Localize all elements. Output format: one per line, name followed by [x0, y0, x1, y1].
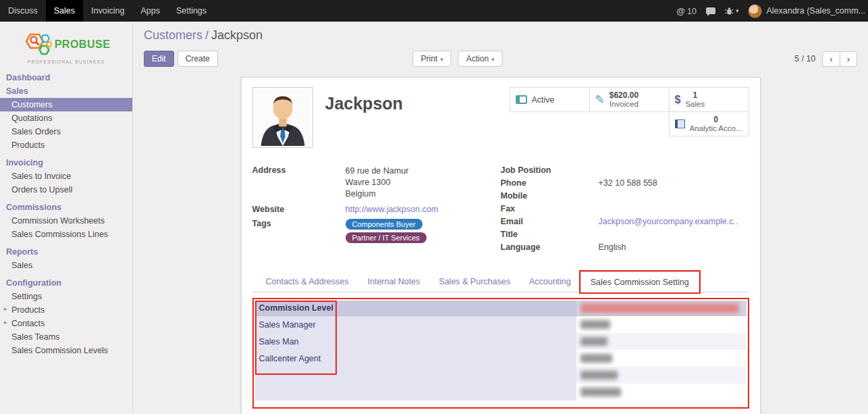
probuse-logo-icon — [22, 31, 52, 58]
sidebar-item-quotations[interactable]: Quotations — [0, 111, 132, 125]
topbar-menu-apps[interactable]: Apps — [132, 0, 168, 22]
menu-label: Sales — [54, 6, 75, 16]
tags-field: Tags Components Buyer Partner / IT Servi… — [252, 219, 501, 246]
pager: 5 / 10 ‹ › — [794, 51, 857, 67]
sidebar-section-commissions: Commissions Commission Worksheets Sales … — [0, 201, 132, 241]
stat-sales-button[interactable]: $ 1 Sales — [669, 87, 749, 112]
topbar-menu-sales[interactable]: Sales — [46, 0, 83, 22]
commission-table-row[interactable]: Callcenter Agent — [255, 350, 747, 367]
create-button[interactable]: Create — [178, 51, 218, 67]
stat-active-button[interactable]: Active — [510, 87, 590, 112]
breadcrumb-customers-link[interactable]: Customers — [144, 28, 202, 42]
redacted-value-blur — [580, 371, 618, 380]
control-panel: Customers/Jackpson Edit Create Print▾ Ac… — [133, 22, 868, 74]
commission-table: Commission Level Sales Manager Sales Man… — [255, 301, 747, 406]
sidebar-item-sales-commission-levels[interactable]: Sales Commission Levels — [0, 344, 132, 357]
email-link[interactable]: Jackpson@yourcompany.example.c.. — [599, 217, 738, 226]
commission-table-row[interactable]: Sales Manager — [255, 316, 747, 333]
fax-value — [599, 204, 749, 215]
mentions-button[interactable]: @10 — [676, 6, 697, 16]
sidebar-item-reports-sales[interactable]: Sales — [0, 259, 132, 272]
commission-table-row[interactable] — [255, 367, 747, 384]
redacted-value-blur — [580, 337, 607, 346]
pager-next-button[interactable]: › — [840, 51, 857, 67]
sidebar-header-sales[interactable]: Sales — [0, 84, 132, 98]
caret-right-icon: ▸ — [4, 305, 7, 312]
sidebar-item-config-products[interactable]: ▸Products — [0, 303, 132, 317]
sidebar-header-commissions[interactable]: Commissions — [0, 201, 132, 214]
sidebar-item-config-contacts[interactable]: ▸Contacts — [0, 317, 132, 330]
redacted-header-blur — [580, 303, 739, 313]
print-dropdown-button[interactable]: Print▾ — [413, 51, 452, 67]
sidebar-header-invoicing[interactable]: Invoicing — [0, 156, 132, 170]
website-field: Website http://www.jackpson.com — [252, 205, 501, 214]
sidebar-item-sales-to-invoice[interactable]: Sales to Invoice — [0, 170, 132, 183]
bug-icon — [725, 7, 734, 16]
sidebar-item-settings[interactable]: Settings — [0, 290, 132, 303]
website-label: Website — [252, 205, 346, 214]
user-avatar — [748, 4, 762, 18]
tab-internal-notes[interactable]: Internal Notes — [358, 271, 429, 292]
address-line: Wavre 1300 — [346, 177, 501, 188]
sidebar-item-commission-worksheets[interactable]: Commission Worksheets — [0, 214, 132, 228]
action-dropdown-button[interactable]: Action▾ — [458, 51, 503, 67]
action-label: Action — [466, 54, 489, 63]
sidebar-header-configuration[interactable]: Configuration — [0, 276, 132, 290]
sidebar-item-sales-teams[interactable]: Sales Teams — [0, 330, 132, 344]
caret-down-icon: ▾ — [491, 56, 495, 63]
tab-sales-purchases[interactable]: Sales & Purchases — [429, 271, 520, 292]
title-label: Title — [501, 230, 599, 240]
sidebar-section-sales: Sales Customers Quotations Sales Orders … — [0, 84, 132, 152]
sidebar-item-products[interactable]: Products — [0, 138, 132, 152]
sidebar-item-sales-orders[interactable]: Sales Orders — [0, 125, 132, 138]
caret-down-icon: ▾ — [736, 7, 739, 14]
address-field: Address 69 rue de Namur Wavre 1300 Belgi… — [252, 165, 501, 200]
customer-photo[interactable] — [252, 87, 313, 148]
logo-title: PROBUSE — [55, 38, 111, 51]
commission-level-column-header[interactable]: Commission Level — [255, 301, 576, 315]
job-position-value — [599, 165, 749, 176]
topbar-menu-invoicing[interactable]: Invoicing — [83, 0, 132, 22]
fax-label: Fax — [501, 204, 599, 215]
tab-sales-commission-setting[interactable]: Sales Commission Setting — [580, 271, 699, 292]
website-link[interactable]: http://www.jackpson.com — [346, 205, 439, 214]
email-field: Email Jackpson@yourcompany.example.c.. — [501, 217, 749, 228]
address-value: 69 rue de Namur Wavre 1300 Belgium — [346, 165, 501, 200]
commission-table-row[interactable] — [255, 384, 747, 400]
stat-invoiced-button[interactable]: ✎ $620.00 Invoiced — [589, 87, 670, 112]
item-label: Products — [11, 305, 45, 315]
commission-level-cell — [255, 367, 576, 384]
sidebar-section-invoicing: Invoicing Sales to Invoice Orders to Ups… — [0, 156, 132, 197]
caret-down-icon: ▾ — [440, 56, 443, 63]
redacted-cell — [576, 316, 747, 333]
sidebar-item-customers[interactable]: Customers — [0, 98, 132, 111]
topbar-menu-discuss[interactable]: Discuss — [0, 0, 46, 22]
sidebar-item-sales-commissions-lines[interactable]: Sales Commissions Lines — [0, 228, 132, 241]
record-sheet: Jackpson Active ✎ $620.00 Invoiced — [241, 77, 761, 414]
mobile-field: Mobile — [501, 191, 749, 202]
stat-analytic-button[interactable]: 0 Analytic Acco... — [669, 111, 749, 136]
app-logo[interactable]: PROBUSE PROFESSIONAL BUSINESS — [0, 22, 132, 71]
commission-table-row[interactable]: Sales Man — [255, 333, 747, 350]
pager-prev-button[interactable]: ‹ — [822, 51, 840, 67]
tab-accounting[interactable]: Accounting — [520, 271, 580, 292]
redacted-cell — [576, 367, 747, 384]
tab-contacts-addresses[interactable]: Contacts & Addresses — [256, 271, 358, 292]
sidebar-header-dashboard[interactable]: Dashboard — [0, 71, 132, 84]
commission-level-cell — [255, 384, 576, 400]
job-position-field: Job Position — [501, 165, 749, 176]
edit-button[interactable]: Edit — [144, 51, 174, 67]
chat-icon[interactable] — [706, 7, 715, 14]
topbar-menu-settings[interactable]: Settings — [168, 0, 215, 22]
user-menu-button[interactable]: Alexandra (Sales_comm... — [748, 4, 865, 18]
menu-label: Invoicing — [91, 6, 124, 16]
sidebar-item-orders-to-upsell[interactable]: Orders to Upsell — [0, 183, 132, 197]
title-value — [599, 230, 749, 240]
sidebar-header-reports[interactable]: Reports — [0, 245, 132, 259]
commission-level-cell: Callcenter Agent — [255, 350, 576, 367]
title-field: Title — [501, 230, 749, 240]
job-position-label: Job Position — [501, 165, 599, 176]
topbar: Discuss Sales Invoicing Apps Settings @1… — [0, 0, 868, 22]
user-name: Alexandra (Sales_comm... — [766, 6, 865, 16]
debug-menu-button[interactable]: ▾ — [725, 7, 739, 16]
